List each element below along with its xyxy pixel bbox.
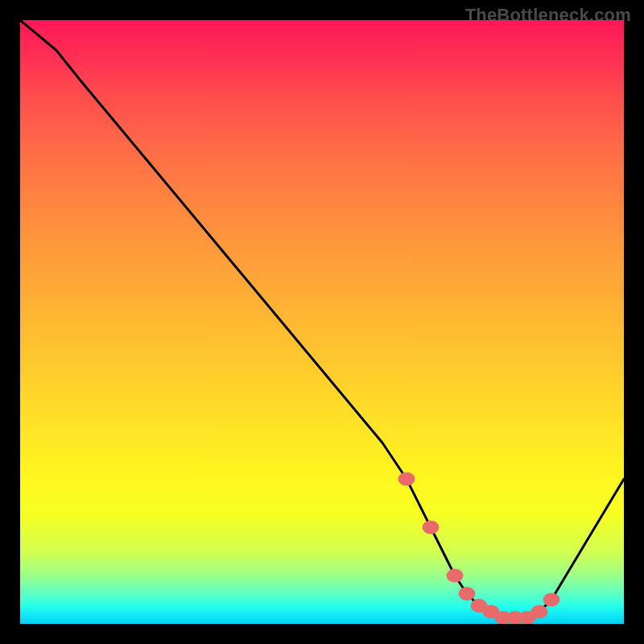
plot-area [20,20,624,624]
chart-svg [20,20,624,624]
marker-dot [543,593,559,606]
bottleneck-curve [20,20,624,618]
marker-dot [531,605,547,618]
optimal-markers [398,473,559,624]
marker-dot [423,521,439,534]
marker-dot [447,569,463,582]
marker-dot [398,473,415,485]
chart-frame: TheBottleneck.com [0,0,644,644]
marker-dot [459,588,475,601]
